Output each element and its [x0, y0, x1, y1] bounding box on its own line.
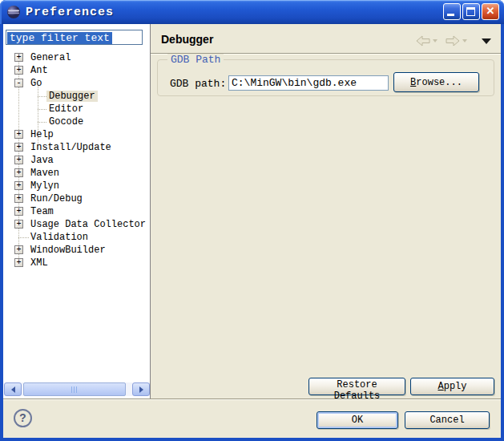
expand-icon[interactable]: +	[14, 130, 23, 139]
tree-item-ant[interactable]: +Ant	[3, 64, 150, 77]
page-nav	[416, 35, 491, 47]
tree-item-gocode[interactable]: Gocode	[3, 115, 150, 128]
scroll-right-icon	[139, 386, 143, 393]
tree-item-label: Debugger	[46, 91, 98, 102]
group-title: GDB Path	[167, 54, 224, 66]
tree-item-mylyn[interactable]: +Mylyn	[3, 180, 150, 192]
page-header: Debugger	[151, 24, 501, 54]
back-icon[interactable]	[416, 35, 430, 47]
tree-item-label: Install/Update	[28, 142, 114, 153]
tree-item-label: Editor	[46, 103, 86, 115]
apply-mnemonic: A	[437, 381, 443, 392]
scrollbar-thumb[interactable]	[23, 382, 126, 396]
tree-item-general[interactable]: +General	[3, 51, 150, 64]
ok-button[interactable]: OK	[317, 411, 398, 429]
preferences-dialog: Preferences ✕ type filter text +General+…	[0, 0, 504, 441]
tree-item-team[interactable]: +Team	[3, 205, 150, 218]
minimize-icon	[447, 14, 454, 16]
tree-item-debugger[interactable]: Debugger	[3, 90, 150, 103]
debugger-page: Debugger GDB Path GDB path: Browse...	[151, 24, 501, 399]
expand-icon[interactable]: +	[14, 156, 23, 164]
eclipse-icon	[6, 5, 21, 19]
expand-icon[interactable]: +	[14, 53, 23, 62]
forward-menu-icon[interactable]	[462, 39, 467, 42]
tree-item-label: Mylyn	[28, 180, 62, 192]
tree-item-java[interactable]: +Java	[3, 154, 150, 167]
tree-item-label: Gocode	[46, 116, 86, 127]
expand-icon[interactable]: +	[14, 168, 23, 177]
maximize-button[interactable]	[462, 3, 480, 20]
collapse-icon[interactable]: -	[14, 79, 23, 87]
forward-icon[interactable]	[446, 35, 460, 47]
tree-item-label: Maven	[28, 168, 62, 179]
expand-icon[interactable]: +	[14, 258, 23, 267]
tree-item-label: Help	[28, 129, 56, 140]
expand-icon[interactable]: +	[14, 66, 23, 75]
cancel-button[interactable]: Cancel	[405, 411, 490, 429]
tree-item-label: XML	[28, 257, 50, 269]
tree-item-help[interactable]: +Help	[3, 128, 150, 141]
gdb-path-group: GDB Path GDB path: Browse...	[157, 59, 494, 96]
tree-item-label: Team	[28, 206, 56, 217]
expand-icon[interactable]: +	[14, 181, 23, 190]
view-menu-icon[interactable]	[482, 38, 491, 44]
apply-button[interactable]: Apply	[410, 378, 494, 395]
window-controls: ✕	[443, 3, 499, 20]
tree-item-label: General	[28, 52, 73, 63]
dialog-body: type filter text +General+Ant-GoDebugger…	[3, 24, 501, 438]
tree-item-windowbuilder[interactable]: +WindowBuilder	[3, 244, 150, 257]
preferences-tree-panel: type filter text +General+Ant-GoDebugger…	[3, 24, 151, 399]
tree-item-label: Ant	[28, 65, 50, 76]
window-title: Preferences	[26, 6, 114, 19]
tree-connector	[38, 122, 46, 123]
tree-item-label: Run/Debug	[28, 193, 85, 204]
preferences-tree: +General+Ant-GoDebuggerEditorGocode+Help…	[3, 51, 150, 284]
title-bar[interactable]: Preferences ✕	[0, 0, 504, 24]
back-menu-icon[interactable]	[433, 39, 437, 42]
tree-item-label: Usage Data Collector	[28, 219, 148, 230]
content-area: type filter text +General+Ant-GoDebugger…	[3, 24, 501, 399]
expand-icon[interactable]: +	[14, 194, 23, 203]
help-button[interactable]: ?	[14, 409, 32, 427]
expand-icon[interactable]: +	[14, 143, 23, 152]
close-button[interactable]: ✕	[482, 3, 499, 20]
filter-text: type filter text	[7, 32, 112, 44]
maximize-icon	[466, 7, 475, 16]
help-icon: ?	[19, 412, 26, 425]
gdb-path-input[interactable]	[228, 75, 389, 91]
tree-item-go[interactable]: -Go	[3, 77, 150, 90]
tree-connector	[38, 96, 46, 97]
expand-icon[interactable]: +	[14, 207, 23, 216]
restore-defaults-button[interactable]: Restore Defaults	[308, 378, 405, 395]
scroll-left-icon	[11, 386, 15, 393]
apply-label-rest: pply	[444, 381, 467, 392]
minimize-button[interactable]	[443, 3, 461, 20]
tree-item-install-update[interactable]: +Install/Update	[3, 141, 150, 154]
scroll-left-button[interactable]	[4, 382, 22, 396]
tree-item-run-debug[interactable]: +Run/Debug	[3, 192, 150, 205]
tree-item-xml[interactable]: +XML	[3, 257, 150, 269]
tree-item-usage-data-collector[interactable]: +Usage Data Collector	[3, 218, 150, 231]
tree-item-label: Java	[28, 155, 56, 166]
scroll-right-button[interactable]	[132, 382, 150, 396]
filter-input[interactable]: type filter text	[6, 30, 143, 45]
restore-label: Restore	[337, 379, 377, 390]
tree-connector	[38, 109, 46, 110]
browse-button[interactable]: Browse...	[393, 72, 479, 92]
button-bar: ? OK Cancel	[3, 399, 501, 438]
tree-item-maven[interactable]: +Maven	[3, 167, 150, 180]
close-icon: ✕	[482, 5, 498, 17]
page-title: Debugger	[161, 33, 213, 46]
tree-item-editor[interactable]: Editor	[3, 103, 150, 115]
expand-icon[interactable]: +	[14, 220, 23, 229]
horizontal-scrollbar[interactable]	[4, 382, 150, 396]
expand-icon[interactable]: +	[14, 245, 23, 254]
tree-item-label: Go	[28, 78, 44, 89]
tree-item-validation[interactable]: Validation	[3, 231, 150, 244]
tree-item-label: Validation	[28, 232, 91, 243]
browse-label-rest: rowse...	[416, 77, 462, 88]
tree-item-label: WindowBuilder	[28, 245, 108, 256]
gdb-path-label: GDB path:	[170, 78, 226, 90]
